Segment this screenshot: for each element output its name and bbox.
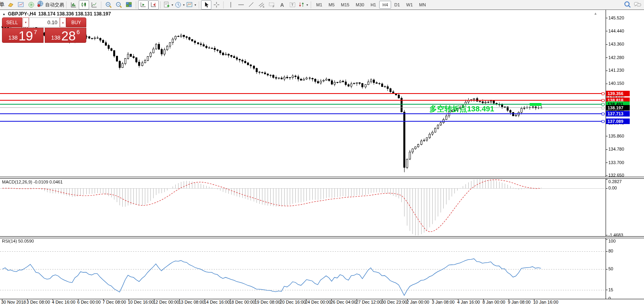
time-axis-label: 30 Nov 2018 (1, 300, 26, 304)
templates-icon[interactable]: ▼ (186, 0, 197, 10)
timeframe-d1[interactable]: D1 (391, 1, 403, 9)
horizontal-line-icon[interactable] (236, 0, 246, 10)
market-watch-icon[interactable] (16, 0, 26, 10)
horizontal-level-line[interactable] (0, 93, 605, 94)
channel-icon[interactable]: E (256, 0, 267, 10)
horizontal-level-line[interactable] (0, 100, 605, 101)
turning-point-annotation[interactable]: 多空转折点138.491 (429, 104, 494, 114)
new-order-button[interactable]: 单 (0, 1, 5, 8)
chat-icon[interactable] (633, 0, 643, 10)
price-level-label: 139.356 (606, 91, 630, 96)
candlestick-chart-icon[interactable] (79, 0, 89, 10)
buy-price-point: 6 (76, 29, 80, 35)
collapse-arrow-icon[interactable]: ▲ (2, 12, 6, 16)
toolbar-separator (136, 2, 137, 8)
time-axis-label: 8 Jan 00:00 (483, 300, 505, 304)
timeframe-m30[interactable]: M30 (353, 1, 367, 9)
time-axis-label: 24 Dec 00:00 (305, 300, 331, 304)
search-icon[interactable] (623, 0, 633, 10)
price-axis-tick: 133.700 (608, 160, 624, 165)
timeframe-h4[interactable]: H4 (379, 1, 391, 9)
toolbar-separator (66, 2, 67, 8)
rsi-axis-tick: 80 (608, 249, 613, 253)
timeframe-m5[interactable]: M5 (325, 1, 338, 9)
macd-axis-tick: 0.00 (608, 185, 617, 190)
horizontal-level-line[interactable] (0, 104, 605, 105)
autotrade-button[interactable]: 自动交易 (36, 0, 65, 10)
arrows-icon[interactable]: ▼ (298, 0, 309, 10)
buy-price-pips: 28 (61, 31, 76, 41)
tile-windows-icon[interactable] (124, 0, 134, 10)
panel-splitter[interactable] (0, 236, 644, 238)
trendline-icon[interactable] (246, 0, 256, 10)
new-order-icon[interactable] (6, 0, 16, 10)
fibonacci-icon[interactable]: F (267, 0, 277, 10)
bar-chart-icon[interactable] (68, 0, 79, 10)
price-level-label: 137.089 (606, 119, 630, 124)
timeframe-m1[interactable]: M1 (313, 1, 325, 9)
macd-panel-canvas[interactable] (0, 178, 644, 236)
timeframe-m15[interactable]: M15 (338, 1, 352, 9)
horizontal-level-line[interactable] (0, 113, 605, 114)
buy-quote[interactable]: 138 28 6 (45, 28, 86, 43)
zoom-out-icon[interactable] (114, 0, 124, 10)
sell-button[interactable]: SELL (2, 17, 22, 27)
time-axis-label: 26 Dec 04:00 (331, 300, 356, 304)
green-line-segment[interactable] (530, 103, 541, 106)
zoom-in-icon[interactable] (103, 0, 114, 10)
chevron-down-icon: ▼ (194, 4, 197, 6)
price-axis-tick: 141.230 (608, 68, 624, 73)
time-axis-label: 18 Dec 00:00 (229, 300, 255, 304)
time-axis-label: 30 Dec 23:00 (381, 300, 407, 304)
vertical-line-icon[interactable] (226, 0, 236, 10)
horizontal-level-line[interactable] (0, 121, 605, 122)
sell-price-whole: 138 (8, 35, 17, 40)
toolbar-separator (160, 2, 161, 8)
horizontal-level-line[interactable] (0, 107, 605, 108)
text-icon[interactable]: A (277, 0, 287, 10)
level-line-handle[interactable] (602, 92, 604, 95)
time-axis-label: 7 Dec 08:00 (103, 300, 126, 304)
toolbar-separator (101, 2, 102, 8)
auto-scroll-icon[interactable] (148, 0, 159, 10)
buy-button[interactable]: BUY (66, 17, 86, 27)
mt4-terminal: 单 自动交易 ▼ ▼ ▼ E F A T ▼ M1M (0, 0, 644, 304)
chart-shift-icon[interactable] (138, 0, 148, 10)
volume-input[interactable]: 0.10 (29, 17, 60, 27)
timeframe-h1[interactable]: H1 (367, 1, 379, 9)
chart-shift-marker-icon[interactable]: ▲ (594, 11, 597, 15)
time-axis-label: 4 Jan 16:00 (457, 300, 480, 304)
volume-decrease-button[interactable]: ▼ (23, 17, 29, 27)
time-axis-label: 13 Dec 08:00 (179, 300, 204, 304)
toolbar-separator (223, 2, 224, 8)
level-line-handle[interactable] (602, 107, 604, 109)
crosshair-icon[interactable] (211, 0, 222, 10)
rsi-panel-canvas[interactable] (0, 238, 644, 299)
macd-axis-tick: 0.2827 (608, 179, 622, 184)
periods-icon[interactable]: ▼ (174, 0, 186, 10)
volume-increase-button[interactable]: ▲ (60, 17, 66, 27)
level-line-handle[interactable] (602, 103, 604, 106)
line-chart-icon[interactable] (89, 0, 99, 10)
add-indicator-icon[interactable]: ▼ (163, 0, 174, 10)
svg-text:F: F (273, 5, 274, 8)
price-level-label: 137.713 (606, 111, 630, 117)
timeframe-mn[interactable]: MN (416, 1, 429, 9)
cursor-icon[interactable] (201, 0, 211, 10)
text-label-icon[interactable]: T (287, 0, 298, 10)
signal-icon[interactable] (26, 0, 36, 10)
chart-title-ohlc: 138.174 138.336 138.131 138.197 (38, 11, 111, 17)
toolbar-separator (199, 2, 199, 8)
time-axis-label: 3 Dec 08:00 (27, 300, 50, 304)
time-axis-label: 10 Dec 16:00 (128, 300, 154, 304)
panel-splitter[interactable] (0, 177, 644, 179)
sell-quote[interactable]: 138 19 7 (2, 28, 44, 43)
level-line-handle[interactable] (602, 120, 604, 123)
svg-text:E: E (263, 6, 264, 8)
timeframe-w1[interactable]: W1 (403, 1, 416, 9)
level-line-handle[interactable] (602, 113, 604, 115)
level-line-handle[interactable] (602, 99, 604, 102)
rsi-axis-tick: 50 (608, 266, 613, 271)
rsi-axis-tick: 15 (608, 287, 613, 292)
time-axis-label: 12 Dec 00:00 (153, 300, 179, 304)
